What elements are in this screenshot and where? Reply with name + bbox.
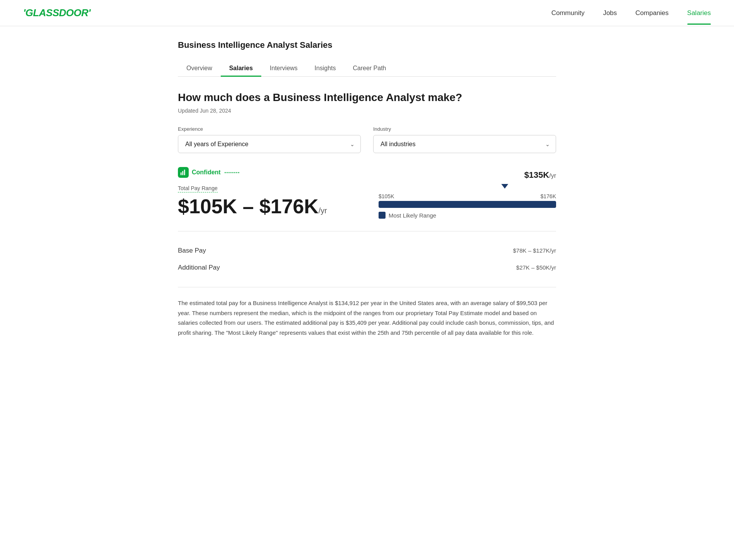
description: The estimated total pay for a Business I… <box>178 298 556 337</box>
header: 'GLASSDOOR' Community Jobs Companies Sal… <box>0 0 734 26</box>
total-pay-label: Total Pay Range <box>178 185 218 192</box>
nav-companies[interactable]: Companies <box>636 9 669 17</box>
total-pay-range: $105K – $176K/yr <box>178 196 355 218</box>
bar-marker-triangle <box>501 184 508 189</box>
nav-salaries[interactable]: Salaries <box>687 9 711 17</box>
experience-select-wrapper: All years of Experience 1-3 years 4-6 ye… <box>178 135 361 153</box>
divider <box>178 231 556 231</box>
base-pay-row: Base Pay $78K – $127K/yr <box>178 242 556 259</box>
tab-overview[interactable]: Overview <box>178 61 221 77</box>
most-likely-legend: Most Likely Range <box>379 212 556 219</box>
main-nav: Community Jobs Companies Salaries <box>551 9 711 17</box>
additional-pay-label: Additional Pay <box>178 264 220 272</box>
svg-rect-2 <box>184 170 185 175</box>
pay-right: $135K/yr $105K $176K Most Likely Range <box>379 167 556 219</box>
experience-filter-group: Experience All years of Experience 1-3 y… <box>178 126 361 153</box>
tab-career-path[interactable]: Career Path <box>344 61 394 77</box>
experience-label: Experience <box>178 126 361 132</box>
pay-section: Confident Total Pay Range $105K – <box>178 167 556 219</box>
svg-rect-0 <box>181 172 182 175</box>
median-suffix: /yr <box>549 172 556 179</box>
confident-badge: Confident <box>178 167 355 178</box>
bar-range-labels: $105K $176K <box>379 193 556 199</box>
bar-chart-icon <box>180 169 187 176</box>
bar-high-label: $176K <box>541 193 556 199</box>
total-pay-suffix: /yr <box>318 206 327 215</box>
industry-label: Industry <box>373 126 556 132</box>
confident-dots <box>225 172 239 173</box>
main-heading: How much does a Business Intelligence An… <box>178 91 556 105</box>
total-pay-low: $105K <box>178 195 237 218</box>
page-content: Business Intelligence Analyst Salaries O… <box>155 26 579 351</box>
logo[interactable]: 'GLASSDOOR' <box>23 7 90 19</box>
industry-filter-group: Industry All industries Technology Finan… <box>373 126 556 153</box>
median-value: $135K <box>524 170 549 180</box>
bar-marker <box>501 184 508 189</box>
confident-text: Confident <box>192 169 221 176</box>
pay-bar <box>379 201 556 208</box>
page-title: Business Intelligence Analyst Salaries <box>178 40 556 50</box>
legend-box <box>379 212 386 219</box>
industry-select[interactable]: All industries Technology Finance Health… <box>373 135 556 153</box>
tab-salaries[interactable]: Salaries <box>221 61 261 77</box>
divider-2 <box>178 287 556 287</box>
confident-icon <box>178 167 189 178</box>
pay-left: Confident Total Pay Range $105K – <box>178 167 355 218</box>
svg-rect-1 <box>182 171 183 175</box>
updated-date: Updated Jun 28, 2024 <box>178 108 556 114</box>
additional-pay-row: Additional Pay $27K – $50K/yr <box>178 259 556 276</box>
sub-tabs: Overview Salaries Interviews Insights Ca… <box>178 61 556 77</box>
total-pay-dash: – <box>243 195 259 218</box>
bar-low-label: $105K <box>379 193 394 199</box>
nav-community[interactable]: Community <box>551 9 585 17</box>
base-pay-value: $78K – $127K/yr <box>513 247 556 255</box>
tab-interviews[interactable]: Interviews <box>261 61 306 77</box>
industry-select-wrapper: All industries Technology Finance Health… <box>373 135 556 153</box>
total-pay-high: $176K <box>259 195 318 218</box>
experience-select[interactable]: All years of Experience 1-3 years 4-6 ye… <box>178 135 361 153</box>
nav-jobs[interactable]: Jobs <box>603 9 617 17</box>
bar-wrapper: $105K $176K <box>379 182 556 208</box>
base-pay-label: Base Pay <box>178 247 206 255</box>
most-likely-label: Most Likely Range <box>389 212 436 219</box>
filters: Experience All years of Experience 1-3 y… <box>178 126 556 153</box>
additional-pay-value: $27K – $50K/yr <box>516 264 556 272</box>
tab-insights[interactable]: Insights <box>306 61 344 77</box>
